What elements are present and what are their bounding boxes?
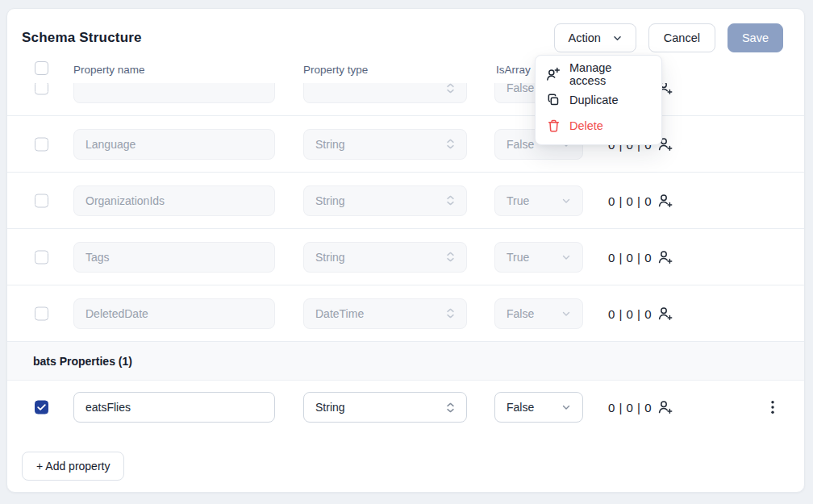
chevron-down-icon — [612, 33, 623, 44]
property-name-input — [73, 242, 275, 273]
toolbar: Action Cancel Save — [554, 23, 783, 52]
menu-item-delete[interactable]: Delete — [536, 113, 661, 139]
isarray-value: False — [507, 83, 534, 94]
add-user-button[interactable] — [657, 250, 673, 264]
properties-table: False 0 | 0 | 0 String — [7, 83, 804, 481]
chevron-down-icon — [561, 252, 571, 262]
add-user-button[interactable] — [657, 194, 673, 208]
isarray-value: False — [507, 401, 534, 414]
isarray-select[interactable]: False — [494, 392, 583, 423]
clipped-row-viewport: False 0 | 0 | 0 — [7, 83, 804, 116]
add-user-button[interactable] — [657, 306, 673, 321]
table-row: DateTime False 0 | 0 | 0 — [7, 285, 804, 342]
row-checkbox[interactable] — [35, 401, 48, 414]
section-header-label: bats Properties (1) — [33, 355, 132, 368]
access-counts: 0 | 0 | 0 — [608, 250, 652, 264]
row-checkbox[interactable] — [35, 83, 48, 95]
property-type-select: String — [303, 129, 467, 160]
action-button-label: Action — [568, 31, 600, 44]
column-header-property-type: Property type — [303, 64, 368, 76]
access-counts: 0 | 0 | 0 — [608, 401, 652, 414]
page-title: Schema Structure — [22, 30, 142, 46]
property-type-value: String — [315, 251, 345, 264]
isarray-value: False — [507, 307, 534, 320]
save-button-label: Save — [742, 31, 769, 44]
column-header-isarray: IsArray — [496, 64, 531, 76]
select-updown-icon — [446, 194, 455, 206]
cancel-button[interactable]: Cancel — [648, 23, 715, 52]
table-row: String True 0 | 0 | 0 — [7, 229, 804, 285]
isarray-select: False — [494, 298, 583, 329]
row-checkbox[interactable] — [35, 306, 48, 320]
table-row: False 0 | 0 | 0 — [7, 83, 804, 116]
row-checkbox[interactable] — [35, 137, 48, 151]
select-updown-icon — [446, 138, 455, 150]
property-type-select: String — [303, 242, 467, 273]
cancel-button-label: Cancel — [664, 31, 700, 44]
action-button[interactable]: Action — [554, 23, 636, 52]
menu-item-label: Delete — [569, 119, 603, 132]
select-updown-icon — [446, 251, 455, 263]
isarray-value: False — [507, 138, 534, 151]
property-name-input — [73, 129, 275, 160]
table-row: String True 0 | 0 | 0 — [7, 173, 804, 229]
select-updown-icon — [446, 307, 455, 319]
property-type-value: String — [315, 401, 345, 414]
property-name-input — [73, 83, 275, 103]
property-type-value: String — [315, 138, 345, 151]
access-counts: 0 | 0 | 0 — [608, 194, 652, 207]
chevron-down-icon — [561, 309, 571, 319]
property-type-select: DateTime — [303, 298, 467, 329]
trash-icon — [546, 119, 561, 132]
copy-icon — [546, 94, 561, 106]
access-counts: 0 | 0 | 0 — [608, 306, 652, 320]
column-header-property-name: Property name — [73, 64, 145, 76]
property-type-select: String — [303, 185, 467, 216]
menu-item-duplicate[interactable]: Duplicate — [536, 87, 661, 113]
select-updown-icon — [446, 83, 455, 94]
property-type-value: DateTime — [315, 307, 364, 320]
row-checkbox[interactable] — [35, 250, 48, 264]
table-row: String False 0 | 0 | 0 — [7, 381, 804, 434]
table-header-row: Property name Property type IsArray — [7, 60, 804, 83]
menu-item-label: Duplicate — [569, 94, 618, 106]
row-checkbox[interactable] — [35, 194, 48, 207]
property-type-select[interactable]: String — [303, 392, 467, 423]
select-updown-icon — [446, 402, 455, 414]
chevron-down-icon — [561, 402, 571, 412]
section-header-bats-properties: bats Properties (1) — [7, 342, 804, 381]
property-type-select — [303, 83, 467, 103]
chevron-down-icon — [561, 196, 571, 206]
isarray-value: True — [507, 251, 529, 264]
property-name-input — [73, 185, 275, 216]
isarray-select: True — [494, 242, 583, 273]
property-name-input — [73, 298, 275, 329]
check-icon — [37, 404, 46, 411]
property-type-value: String — [315, 194, 345, 207]
schema-structure-panel: Schema Structure Action Cancel Save Prop… — [6, 8, 805, 493]
save-button[interactable]: Save — [728, 23, 783, 52]
row-menu-kebab-icon[interactable] — [765, 398, 781, 418]
isarray-select: True — [494, 185, 583, 216]
add-user-button[interactable] — [657, 400, 673, 414]
select-all-checkbox[interactable] — [35, 61, 48, 75]
property-name-input[interactable] — [73, 392, 275, 423]
table-row: String False 0 | 0 | 0 — [7, 116, 804, 173]
menu-item-label: Manage access — [569, 61, 651, 87]
person-plus-icon — [546, 67, 561, 81]
action-dropdown-menu: Manage access Duplicate Delete — [535, 55, 662, 145]
isarray-value: True — [507, 194, 529, 207]
add-property-button[interactable]: + Add property — [22, 452, 124, 481]
add-property-label: + Add property — [36, 460, 110, 473]
menu-item-manage-access[interactable]: Manage access — [536, 61, 661, 87]
